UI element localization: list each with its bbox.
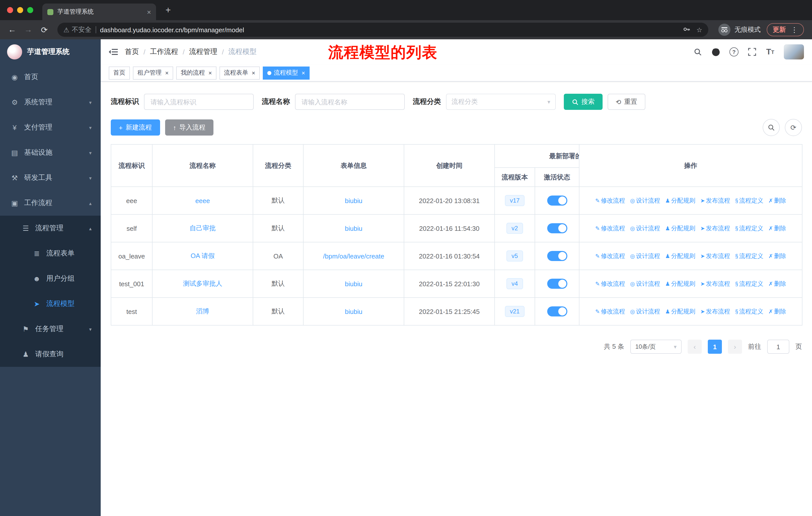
design-link[interactable]: ◎设计流程: [630, 252, 660, 259]
form-info-link[interactable]: biubiu: [345, 197, 362, 204]
nav-tag-1[interactable]: 租户管理×: [133, 66, 173, 79]
publish-link[interactable]: ➤发布流程: [700, 197, 730, 204]
nav-tag-3[interactable]: 流程表单×: [220, 66, 260, 79]
sidebar-item-process-form[interactable]: ≣流程表单: [0, 241, 101, 266]
delete-link[interactable]: ✗删除: [768, 197, 786, 204]
publish-link[interactable]: ➤发布流程: [700, 252, 730, 259]
modify-link[interactable]: ✎修改流程: [595, 197, 625, 204]
version-badge[interactable]: v17: [505, 195, 525, 206]
process-category-select[interactable]: 流程分类 ▾: [446, 94, 556, 110]
delete-link[interactable]: ✗删除: [768, 280, 786, 287]
active-toggle[interactable]: [547, 306, 567, 317]
active-toggle[interactable]: [547, 195, 567, 206]
publish-link[interactable]: ➤发布流程: [700, 280, 730, 287]
sidebar-item-leave-query[interactable]: ♟请假查询: [0, 342, 101, 367]
app-logo[interactable]: 芋道管理系统: [0, 39, 101, 64]
prev-page-button[interactable]: ‹: [688, 340, 702, 354]
goto-page-input[interactable]: [767, 340, 789, 354]
browser-update-chip[interactable]: 更新 ⋮: [767, 23, 804, 36]
version-badge[interactable]: v5: [506, 250, 523, 262]
assign-link[interactable]: ♟分配规则: [665, 197, 695, 204]
security-status[interactable]: ⚠ 不安全: [63, 25, 91, 34]
definition-link[interactable]: §流程定义: [735, 280, 763, 287]
zoom-window-button[interactable]: [27, 7, 33, 13]
modify-link[interactable]: ✎修改流程: [595, 308, 625, 315]
sidebar-item-dev-tools[interactable]: ⚒研发工具▾: [0, 165, 101, 190]
active-toggle[interactable]: [547, 279, 567, 289]
current-page-button[interactable]: 1: [708, 340, 722, 354]
sidebar-item-home[interactable]: ◉首页: [0, 64, 101, 90]
active-toggle[interactable]: [547, 223, 567, 233]
close-icon[interactable]: ×: [165, 69, 169, 76]
sidebar-item-infrastructure[interactable]: ▤基础设施▾: [0, 140, 101, 165]
collapse-sidebar-button[interactable]: [109, 48, 118, 56]
modify-link[interactable]: ✎修改流程: [595, 280, 625, 287]
sidebar-item-payment-management[interactable]: ¥支付管理▾: [0, 115, 101, 140]
process-name-link[interactable]: OA 请假: [191, 252, 214, 260]
breadcrumb-item[interactable]: 首页: [125, 47, 139, 56]
process-name-link[interactable]: 自己审批: [190, 224, 216, 232]
user-avatar[interactable]: [784, 44, 804, 59]
form-info-link[interactable]: /bpm/oa/leave/create: [323, 252, 384, 260]
close-icon[interactable]: ×: [208, 69, 212, 76]
process-name-link[interactable]: 测试多审批人: [183, 280, 222, 287]
tab-close-icon[interactable]: ×: [147, 8, 151, 16]
reset-button[interactable]: ⟲ 重置: [608, 94, 645, 110]
publish-link[interactable]: ➤发布流程: [700, 224, 730, 232]
font-size-button[interactable]: TT: [766, 47, 775, 56]
browser-tab[interactable]: 芋道管理系统 ×: [42, 3, 156, 20]
sidebar-item-task-management[interactable]: ⚑任务管理▾: [0, 317, 101, 342]
version-badge[interactable]: v4: [506, 278, 523, 289]
minimize-window-button[interactable]: [17, 7, 23, 13]
page-size-select[interactable]: 10条/页 ▾: [630, 340, 682, 354]
next-page-button[interactable]: ›: [728, 340, 742, 354]
forward-button[interactable]: →: [21, 23, 35, 37]
browser-menu-icon[interactable]: ⋮: [791, 26, 798, 34]
process-key-input[interactable]: [144, 94, 254, 110]
close-window-button[interactable]: [7, 7, 13, 13]
design-link[interactable]: ◎设计流程: [630, 224, 660, 232]
process-name-link[interactable]: 滔博: [196, 307, 209, 315]
nav-tag-0[interactable]: 首页: [109, 66, 130, 79]
delete-link[interactable]: ✗删除: [768, 308, 786, 315]
search-button[interactable]: [693, 48, 702, 56]
definition-link[interactable]: §流程定义: [735, 197, 763, 204]
close-icon[interactable]: ×: [252, 69, 255, 76]
assign-link[interactable]: ♟分配规则: [665, 224, 695, 232]
sidebar-item-process-model[interactable]: ➤流程模型: [0, 291, 101, 317]
assign-link[interactable]: ♟分配规则: [665, 280, 695, 287]
password-key-icon[interactable]: [684, 25, 690, 34]
form-info-link[interactable]: biubiu: [345, 224, 362, 232]
definition-link[interactable]: §流程定义: [735, 308, 763, 315]
nav-tag-2[interactable]: 我的流程×: [176, 66, 216, 79]
create-process-button[interactable]: + 新建流程: [111, 119, 160, 136]
design-link[interactable]: ◎设计流程: [630, 280, 660, 287]
toggle-search-button[interactable]: [763, 119, 780, 136]
definition-link[interactable]: §流程定义: [735, 224, 763, 232]
publish-link[interactable]: ➤发布流程: [700, 308, 730, 315]
github-button[interactable]: [711, 47, 720, 56]
fullscreen-button[interactable]: [748, 48, 757, 56]
address-bar[interactable]: ⚠ 不安全 dashboard.yudao.iocoder.cn/bpm/man…: [57, 23, 708, 37]
process-name-input[interactable]: [295, 94, 405, 110]
help-button[interactable]: ?: [729, 47, 738, 56]
sidebar-item-system-management[interactable]: ⚙系统管理▾: [0, 90, 101, 115]
reload-button[interactable]: ⟳: [37, 23, 51, 37]
import-process-button[interactable]: ↑ 导入流程: [165, 119, 213, 136]
active-toggle[interactable]: [547, 251, 567, 261]
sidebar-item-user-group[interactable]: ☻用户分组: [0, 266, 101, 291]
delete-link[interactable]: ✗删除: [768, 224, 786, 232]
modify-link[interactable]: ✎修改流程: [595, 252, 625, 259]
close-icon[interactable]: ×: [301, 69, 305, 76]
design-link[interactable]: ◎设计流程: [630, 197, 660, 204]
form-info-link[interactable]: biubiu: [345, 308, 362, 315]
nav-tag-4[interactable]: 流程模型×: [263, 66, 310, 79]
new-tab-button[interactable]: +: [162, 4, 174, 16]
version-badge[interactable]: v2: [506, 223, 523, 234]
refresh-button[interactable]: ⟳: [785, 119, 802, 136]
sidebar-item-process-management[interactable]: ☰流程管理▴: [0, 216, 101, 241]
definition-link[interactable]: §流程定义: [735, 252, 763, 259]
process-name-link[interactable]: eeee: [195, 197, 210, 204]
assign-link[interactable]: ♟分配规则: [665, 252, 695, 259]
modify-link[interactable]: ✎修改流程: [595, 224, 625, 232]
